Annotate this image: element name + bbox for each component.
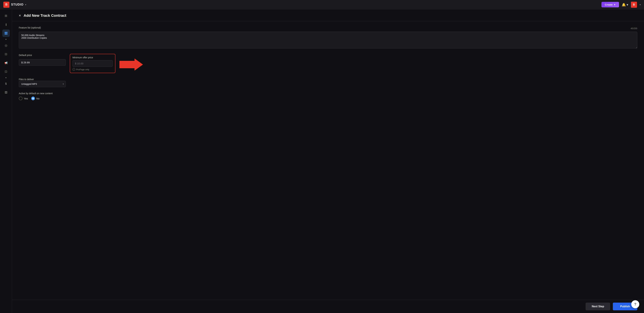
radio-no-circle <box>31 97 35 100</box>
feature-list-section: Feature list (optional) 45/255 50,000 Au… <box>19 26 637 49</box>
min-offer-price-input[interactable] <box>72 60 113 67</box>
files-to-deliver-select-wrap: Untagged MP3 Tagged MP3 WAV Stems ▾ <box>19 81 66 87</box>
logo-icon: B <box>3 2 10 8</box>
default-price-label: Default price <box>19 54 66 56</box>
contracts-icon <box>4 31 8 35</box>
red-arrow-shape <box>120 58 143 71</box>
dialog-area: × Add New Track Contract Feature list (o… <box>12 9 644 313</box>
feature-list-char-count: 45/255 <box>630 27 637 30</box>
dialog-body: Feature list (optional) 45/255 50,000 Au… <box>12 21 644 300</box>
svg-rect-0 <box>5 32 6 33</box>
price-row: Default price Minimum offer price i ProP… <box>19 54 637 73</box>
avatar[interactable]: B <box>631 2 637 8</box>
sidebar-item-selection[interactable]: ⊡ <box>2 68 10 75</box>
help-button[interactable]: ? <box>631 300 639 308</box>
sidebar-item-dollar[interactable]: $ <box>2 80 10 87</box>
radio-yes-option[interactable]: Yes <box>19 97 28 100</box>
top-navigation: B STUDIO ▾ Create ✦ 🔔 ▾ B ▾ <box>0 0 644 9</box>
sidebar-item-target[interactable]: ◎ <box>2 42 10 49</box>
studio-label: STUDIO <box>11 3 24 6</box>
arrow-body <box>120 61 134 68</box>
min-offer-price-col: Minimum offer price i ProPage only <box>70 54 116 73</box>
default-price-col: Default price <box>19 54 66 66</box>
sidebar-item-inbox[interactable]: ⊟ <box>2 50 10 58</box>
feature-list-label: Feature list (optional) <box>19 26 41 29</box>
close-button[interactable]: × <box>19 14 21 17</box>
dialog-header: × Add New Track Contract <box>12 9 644 21</box>
sidebar-item-bars[interactable]: ||| <box>2 21 10 28</box>
propage-note: i ProPage only <box>72 68 113 71</box>
bottom-bar: Next Step Publish <box>12 300 644 313</box>
create-label: Create <box>605 3 613 6</box>
yes-label: Yes <box>24 97 28 100</box>
sidebar-dot-2 <box>6 77 6 78</box>
no-label: No <box>36 97 40 100</box>
nav-left: B STUDIO ▾ <box>3 2 26 8</box>
bell-icon: 🔔 <box>622 3 626 7</box>
sidebar-dot-1 <box>6 39 6 40</box>
info-icon: i <box>72 68 75 71</box>
studio-chevron-icon[interactable]: ▾ <box>25 3 26 6</box>
default-price-input[interactable] <box>19 59 66 66</box>
sidebar-item-contracts[interactable] <box>2 29 10 37</box>
files-to-deliver-select[interactable]: Untagged MP3 Tagged MP3 WAV Stems <box>19 81 66 87</box>
create-button[interactable]: Create ✦ <box>602 2 619 7</box>
sidebar: ⊞ ||| ◎ ⊟ 📢 ⊡ $ 🖼 <box>0 9 12 313</box>
svg-rect-1 <box>6 32 8 33</box>
files-to-deliver-section: Files to deliver Untagged MP3 Tagged MP3… <box>19 78 637 87</box>
propage-note-text: ProPage only <box>76 68 89 71</box>
bell-chevron-icon: ▾ <box>626 3 628 7</box>
files-to-deliver-label: Files to deliver <box>19 78 34 81</box>
sidebar-item-grid[interactable]: ⊞ <box>2 12 10 19</box>
main-layout: ⊞ ||| ◎ ⊟ 📢 ⊡ $ 🖼 × Add New Track Contra… <box>0 9 644 313</box>
arrow-head <box>134 58 143 71</box>
arrow-annotation <box>120 54 143 71</box>
radio-no-option[interactable]: No <box>31 97 40 100</box>
avatar-chevron-icon[interactable]: ▾ <box>640 3 641 6</box>
active-default-section: Active by default on new content Yes No <box>19 92 637 100</box>
radio-row: Yes No <box>19 97 637 100</box>
notifications-button[interactable]: 🔔 ▾ <box>622 3 628 7</box>
svg-rect-2 <box>5 33 6 34</box>
radio-yes-circle <box>19 97 22 100</box>
min-offer-price-label: Minimum offer price <box>72 56 113 59</box>
content-area: × Add New Track Contract Feature list (o… <box>12 9 644 313</box>
sidebar-item-image[interactable]: 🖼 <box>2 89 10 96</box>
feature-list-input[interactable]: 50,000 Audio Streams 2000 Distribution C… <box>19 32 637 48</box>
dialog-title: Add New Track Contract <box>24 13 66 18</box>
active-default-label: Active by default on new content <box>19 92 53 95</box>
svg-rect-3 <box>6 33 8 34</box>
sidebar-item-campaigns[interactable]: 📢 <box>2 59 10 66</box>
sparkle-icon: ✦ <box>614 3 616 6</box>
next-step-button[interactable]: Next Step <box>586 303 610 310</box>
nav-right: Create ✦ 🔔 ▾ B ▾ <box>602 2 641 8</box>
min-offer-box: Minimum offer price i ProPage only <box>70 54 116 73</box>
